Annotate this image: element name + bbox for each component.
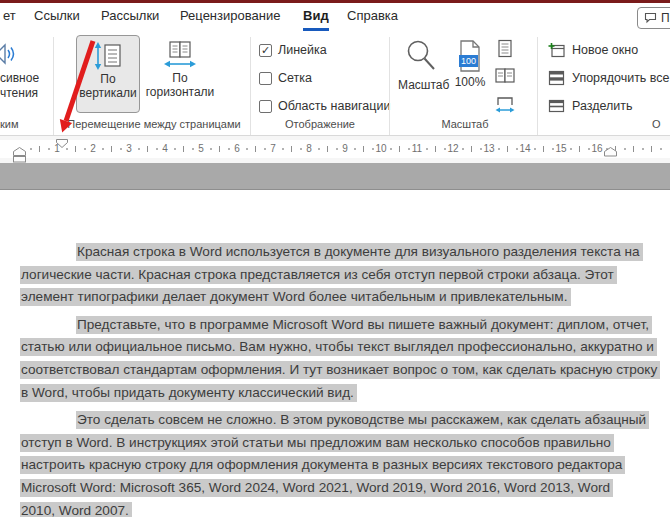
split-button[interactable]: Разделить — [548, 97, 633, 115]
ruler-dot — [534, 148, 536, 150]
ruler-checkbox[interactable]: ✓ — [259, 44, 272, 57]
tab-layout-partial[interactable]: ет — [3, 3, 16, 28]
gridlines-checkbox-row[interactable]: Сетка — [259, 70, 312, 86]
ruler-tick — [363, 146, 364, 152]
arrange-all-button[interactable]: Упорядочить все — [548, 69, 670, 87]
vertical-page-movement-button[interactable]: По вертикали — [76, 35, 140, 113]
tab-view[interactable]: Вид — [303, 3, 329, 31]
text-line[interactable]: настроить красную строку для оформления … — [20, 454, 670, 477]
tab-review[interactable]: Рецензирование — [180, 3, 280, 28]
text-line[interactable]: отступ в Word. В инструкциях этой статьи… — [20, 432, 670, 455]
selected-text[interactable]: Красная строка в Word используется в док… — [76, 243, 643, 261]
paragraph: Красная строка в Word используется в док… — [20, 241, 670, 309]
ruler-dot — [210, 148, 212, 150]
ruler-tick — [39, 146, 40, 152]
text-line[interactable]: 2010, Word 2007. — [20, 500, 670, 517]
ruler-dot — [390, 148, 392, 150]
ruler-dot — [282, 148, 284, 150]
ruler-dot — [354, 148, 356, 150]
ruler-number: 9 — [338, 143, 352, 154]
tab-help[interactable]: Справка — [347, 3, 398, 28]
text-line[interactable]: в Word, чтобы придать документу классиче… — [20, 382, 670, 405]
one-page-button[interactable] — [496, 39, 514, 59]
ruler-dot — [624, 148, 626, 150]
page-width-button[interactable] — [495, 95, 515, 115]
side-to-side-pages-icon — [163, 39, 197, 71]
magnifier-icon — [398, 38, 444, 74]
ruler-tick — [471, 146, 472, 152]
text-line[interactable]: Microsoft Word: Microsoft 365, Word 2024… — [20, 477, 670, 500]
ruler-dot — [102, 148, 104, 150]
ruler-tick — [111, 146, 112, 152]
vertical-button-label-line2: вертикали — [79, 86, 136, 100]
gridlines-checkbox[interactable] — [259, 72, 272, 85]
ruler-dot — [570, 148, 572, 150]
selected-text[interactable]: логические части. Красная строка предста… — [20, 266, 617, 284]
left-indent-marker[interactable] — [13, 147, 26, 163]
zoom-100-button[interactable]: 100 100% — [450, 38, 490, 89]
ruler-number: 11 — [410, 143, 424, 154]
horizontal-button-label-line2: горизонтали — [146, 85, 215, 99]
ruler-tick — [183, 146, 184, 152]
selected-text[interactable]: Это сделать совсем не сложно. В этом рук… — [76, 411, 649, 429]
selected-text[interactable]: статью или официальное письмо. Вам нужно… — [20, 338, 657, 356]
horizontal-page-movement-button[interactable]: По горизонтали — [144, 35, 216, 113]
immersive-reader-button[interactable]: сивное чтения — [0, 71, 39, 101]
group-label-immersive-partial: ким — [0, 118, 19, 130]
selected-text[interactable]: Представьте, что в программе Microsoft W… — [76, 316, 652, 334]
selected-text[interactable]: настроить красную строку для оформления … — [20, 456, 625, 474]
arrange-all-icon — [548, 70, 565, 86]
group-label-window-partial: О — [652, 118, 661, 130]
check-icon: ✓ — [261, 44, 270, 57]
first-line-indent-marker[interactable] — [56, 139, 68, 148]
document-text[interactable]: Красная строка в Word используется в док… — [20, 241, 670, 517]
ruler-tick — [291, 146, 292, 152]
group-label-show: Отображение — [252, 118, 388, 130]
ruler-number: 5 — [194, 143, 208, 154]
selected-text[interactable]: элемент типографики делает документ Word… — [20, 288, 571, 306]
navigation-pane-checkbox[interactable] — [259, 100, 272, 113]
group-label-zoom: Масштаб — [392, 118, 538, 130]
right-indent-marker[interactable] — [604, 147, 617, 157]
tab-mailings[interactable]: Рассылки — [101, 3, 159, 28]
ruler-checkbox-row[interactable]: ✓ Линейка — [259, 42, 327, 58]
ruler-number: 13 — [482, 143, 496, 154]
text-line[interactable]: соответствовал стандартам оформления. И … — [20, 359, 670, 382]
ruler-dot — [66, 148, 68, 150]
selected-text[interactable]: 2010, Word 2007. — [20, 502, 132, 517]
new-window-label: Новое окно — [572, 43, 638, 57]
multiple-pages-button[interactable] — [494, 67, 516, 85]
tab-references[interactable]: Ссылки — [34, 3, 80, 28]
navigation-pane-checkbox-label: Область навигации — [278, 99, 390, 113]
immersive-reader-speaker-icon — [0, 42, 17, 66]
ruler-number: 2 — [86, 143, 100, 154]
ruler-number: 7 — [266, 143, 280, 154]
ruler-dot — [30, 148, 32, 150]
ruler-dot — [138, 148, 140, 150]
arrange-all-label: Упорядочить все — [572, 71, 670, 85]
zoom-button[interactable]: Масштаб — [398, 38, 444, 92]
ruler-dot — [174, 148, 176, 150]
horizontal-ruler[interactable]: 12345678910111213141516 — [0, 136, 670, 163]
vertical-scroll-pages-icon — [92, 40, 124, 72]
comments-button[interactable]: При — [637, 7, 670, 29]
document-page[interactable]: Красная строка в Word используется в док… — [0, 190, 670, 517]
navigation-pane-checkbox-row[interactable]: Область навигации — [259, 98, 390, 114]
text-line[interactable]: Это сделать совсем не сложно. В этом рук… — [20, 409, 670, 432]
selected-text[interactable]: в Word, чтобы придать документу классиче… — [20, 384, 357, 402]
selected-text[interactable]: Microsoft Word: Microsoft 365, Word 2024… — [20, 479, 613, 497]
text-line[interactable]: элемент типографики делает документ Word… — [20, 286, 670, 309]
zoom-100-label: 100% — [450, 75, 490, 89]
selected-text[interactable]: отступ в Word. В инструкциях этой статьи… — [20, 434, 614, 452]
ruler-tick — [435, 146, 436, 152]
text-line[interactable]: Красная строка в Word используется в док… — [20, 241, 670, 264]
text-line[interactable]: логические части. Красная строка предста… — [20, 264, 670, 287]
text-line[interactable]: Представьте, что в программе Microsoft W… — [20, 314, 670, 337]
new-window-button[interactable]: Новое окно — [548, 41, 638, 59]
ruler-bar[interactable]: 12345678910111213141516 — [0, 140, 670, 158]
ruler-dot — [498, 148, 500, 150]
selected-text[interactable]: соответствовал стандартам оформления. И … — [20, 361, 660, 379]
text-line[interactable]: статью или официальное письмо. Вам нужно… — [20, 336, 670, 359]
ruler-number: 4 — [158, 143, 172, 154]
ruler-tick — [255, 146, 256, 152]
